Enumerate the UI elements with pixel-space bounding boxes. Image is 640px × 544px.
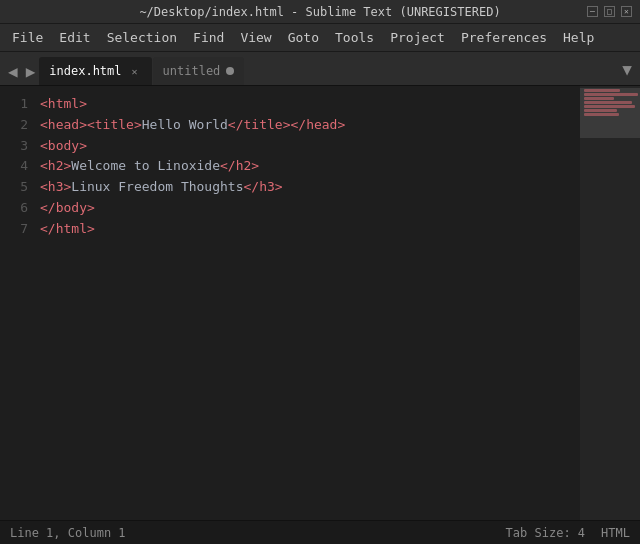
line-number: 2 (0, 115, 28, 136)
title-bar: ~/Desktop/index.html - Sublime Text (UNR… (0, 0, 640, 24)
cursor-position: Line 1, Column 1 (10, 526, 126, 540)
menu-view[interactable]: View (232, 26, 279, 49)
window-title: ~/Desktop/index.html - Sublime Text (UNR… (139, 5, 500, 19)
syntax-mode[interactable]: HTML (601, 526, 630, 540)
code-line-6: </body> (40, 198, 576, 219)
tab-size[interactable]: Tab Size: 4 (506, 526, 585, 540)
line-number: 7 (0, 219, 28, 240)
menu-selection[interactable]: Selection (99, 26, 185, 49)
tab-label-untitled: untitled (163, 64, 221, 78)
minimap (580, 86, 640, 520)
maximize-button[interactable]: □ (604, 6, 615, 17)
nav-arrow-right[interactable]: ▶ (22, 62, 40, 81)
menu-goto[interactable]: Goto (280, 26, 327, 49)
menu-find[interactable]: Find (185, 26, 232, 49)
line-number: 3 (0, 136, 28, 157)
tab-index-html[interactable]: index.html ✕ (39, 57, 151, 85)
line-numbers: 1 2 3 4 5 6 7 (0, 86, 36, 520)
menu-edit[interactable]: Edit (51, 26, 98, 49)
minimize-button[interactable]: ─ (587, 6, 598, 17)
line-number: 4 (0, 156, 28, 177)
status-bar: Line 1, Column 1 Tab Size: 4 HTML (0, 520, 640, 544)
menu-preferences[interactable]: Preferences (453, 26, 555, 49)
close-button[interactable]: ✕ (621, 6, 632, 17)
tab-bar-left: ◀ ▶ index.html ✕ untitled (0, 57, 249, 85)
code-line-4: <h2>Welcome to Linoxide</h2> (40, 156, 576, 177)
line-number: 6 (0, 198, 28, 219)
menu-help[interactable]: Help (555, 26, 602, 49)
window-controls: ─ □ ✕ (587, 6, 632, 17)
code-line-1: <html> (40, 94, 576, 115)
code-area[interactable]: <html> <head><title>Hello World</title><… (36, 86, 580, 520)
code-line-2: <head><title>Hello World</title></head> (40, 115, 576, 136)
tab-bar: ◀ ▶ index.html ✕ untitled ▼ (0, 52, 640, 86)
code-line-7: </html> (40, 219, 576, 240)
nav-arrow-left[interactable]: ◀ (4, 62, 22, 81)
minimap-preview (580, 88, 640, 138)
menu-tools[interactable]: Tools (327, 26, 382, 49)
code-line-5: <h3>Linux Freedom Thoughts</h3> (40, 177, 576, 198)
tab-close-index[interactable]: ✕ (128, 64, 142, 78)
tab-label-index: index.html (49, 64, 121, 78)
status-left: Line 1, Column 1 (10, 526, 126, 540)
editor: 1 2 3 4 5 6 7 <html> <head><title>Hello … (0, 86, 640, 520)
menu-bar: File Edit Selection Find View Goto Tools… (0, 24, 640, 52)
tab-untitled[interactable]: untitled (153, 57, 245, 85)
line-number: 5 (0, 177, 28, 198)
menu-file[interactable]: File (4, 26, 51, 49)
status-right: Tab Size: 4 HTML (506, 526, 630, 540)
tab-dot-untitled (226, 67, 234, 75)
code-line-3: <body> (40, 136, 576, 157)
menu-project[interactable]: Project (382, 26, 453, 49)
line-number: 1 (0, 94, 28, 115)
tab-overflow-button[interactable]: ▼ (622, 59, 632, 78)
